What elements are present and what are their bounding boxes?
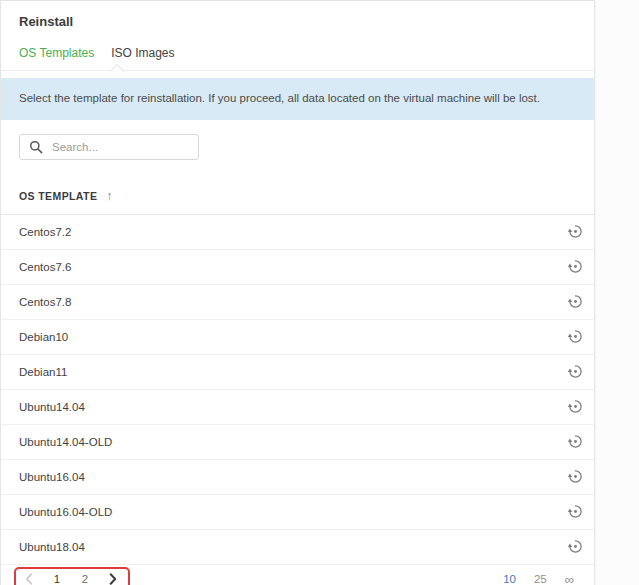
template-list: Centos7.2 Centos7.6: [1, 215, 594, 565]
table-header-row: OS TEMPLATE ↑: [1, 178, 594, 215]
page-controls: 12: [15, 568, 127, 585]
history-restore-icon: [567, 223, 584, 240]
os-template-name: Debian10: [19, 331, 68, 343]
os-template-name: Ubuntu14.04-OLD: [19, 436, 112, 448]
reinstall-action-button[interactable]: [562, 534, 588, 560]
history-restore-icon: [567, 503, 584, 520]
table-row[interactable]: Centos7.2: [1, 215, 594, 250]
reinstall-action-button[interactable]: [562, 324, 588, 350]
history-restore-icon: [567, 433, 584, 450]
os-template-name: Ubuntu18.04: [19, 541, 85, 553]
page-number-button[interactable]: 2: [73, 568, 97, 585]
table-row[interactable]: Ubuntu14.04: [1, 390, 594, 425]
history-restore-icon: [567, 468, 584, 485]
reinstall-action-button[interactable]: [562, 394, 588, 420]
table-row[interactable]: Debian10: [1, 320, 594, 355]
search-icon: [29, 140, 43, 154]
table-row[interactable]: Ubuntu16.04: [1, 460, 594, 495]
table-row[interactable]: Ubuntu14.04-OLD: [1, 425, 594, 460]
next-page-button[interactable]: [101, 568, 125, 585]
history-restore-icon: [567, 258, 584, 275]
table-row[interactable]: Ubuntu16.04-OLD: [1, 495, 594, 530]
table-row[interactable]: Debian11: [1, 355, 594, 390]
info-banner: Select the template for reinstallation. …: [1, 78, 594, 120]
search-input[interactable]: [52, 141, 189, 153]
os-template-name: Ubuntu16.04: [19, 471, 85, 483]
history-restore-icon: [567, 538, 584, 555]
page-size-controls: 1025∞: [485, 573, 574, 585]
os-template-name: Debian11: [19, 366, 67, 378]
search-box[interactable]: [19, 134, 199, 160]
pagination-bar: 12 1025∞: [1, 565, 594, 585]
os-template-name: Ubuntu14.04: [19, 401, 85, 413]
table-row[interactable]: Ubuntu18.04: [1, 530, 594, 565]
history-restore-icon: [567, 328, 584, 345]
table-row[interactable]: Centos7.8: [1, 285, 594, 320]
page-title: Reinstall: [19, 14, 576, 29]
tab-bar: OS Templates ISO Images: [1, 46, 594, 71]
sort-ascending-icon[interactable]: ↑: [106, 189, 112, 203]
reinstall-card: Reinstall OS Templates ISO Images Select…: [0, 0, 595, 585]
os-template-name: Ubuntu16.04-OLD: [19, 506, 112, 518]
reinstall-action-button[interactable]: [562, 219, 588, 245]
history-restore-icon: [567, 363, 584, 380]
tab-os-templates[interactable]: OS Templates: [19, 46, 94, 70]
reinstall-action-button[interactable]: [562, 254, 588, 280]
history-restore-icon: [567, 398, 584, 415]
page-size-button[interactable]: 25: [534, 573, 547, 585]
history-restore-icon: [567, 293, 584, 310]
table-row[interactable]: Centos7.6: [1, 250, 594, 285]
card-header: Reinstall: [1, 1, 594, 29]
page-size-button[interactable]: ∞: [565, 573, 574, 585]
chevron-right-icon: [109, 573, 117, 585]
os-template-name: Centos7.6: [19, 261, 71, 273]
os-template-name: Centos7.8: [19, 296, 71, 308]
reinstall-action-button[interactable]: [562, 464, 588, 490]
reinstall-action-button[interactable]: [562, 289, 588, 315]
previous-page-button[interactable]: [17, 568, 41, 585]
reinstall-action-button[interactable]: [562, 429, 588, 455]
reinstall-action-button[interactable]: [562, 499, 588, 525]
chevron-left-icon: [25, 573, 33, 585]
tab-iso-images[interactable]: ISO Images: [111, 46, 174, 70]
page-size-button[interactable]: 10: [503, 573, 516, 585]
reinstall-action-button[interactable]: [562, 359, 588, 385]
column-header-os-template[interactable]: OS TEMPLATE: [19, 190, 97, 202]
page-number-button[interactable]: 1: [45, 568, 69, 585]
os-template-name: Centos7.2: [19, 226, 71, 238]
